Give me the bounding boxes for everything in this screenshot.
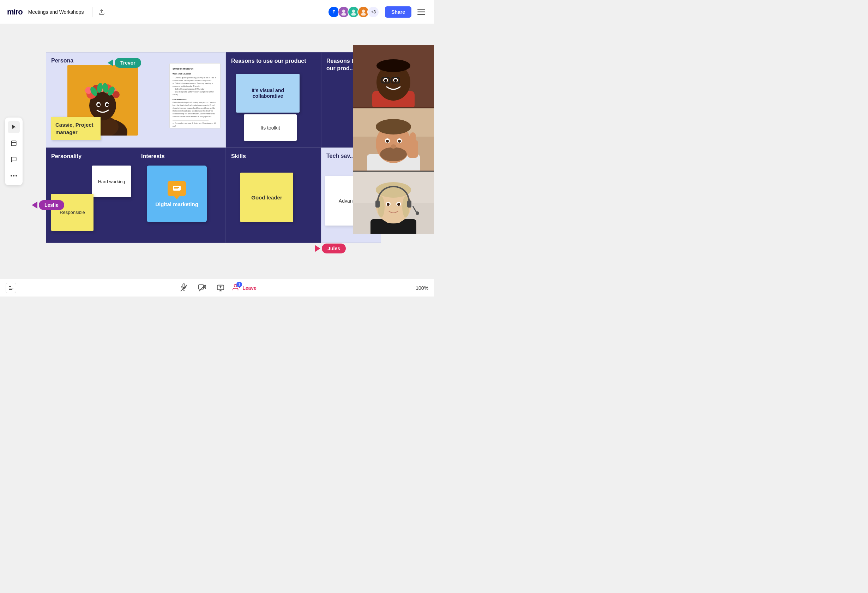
- svg-point-21: [97, 104, 100, 106]
- digital-marketing-card: Digital marketing: [147, 166, 207, 222]
- header-right: F +3 Share: [328, 6, 427, 18]
- svg-point-56: [398, 140, 401, 143]
- svg-point-44: [384, 79, 387, 82]
- svg-point-14: [16, 175, 17, 176]
- hamburger-menu-icon[interactable]: [416, 6, 427, 18]
- leave-label: Leave: [242, 285, 257, 291]
- svg-point-12: [10, 175, 12, 176]
- leslie-cursor-label: Leslie: [39, 200, 64, 210]
- svg-point-74: [387, 203, 390, 206]
- video-panels: [353, 45, 434, 234]
- svg-point-2: [341, 13, 346, 16]
- avatar-group: F +3: [328, 6, 379, 18]
- select-tool[interactable]: [8, 121, 20, 133]
- board-container: Trevor Persona: [28, 45, 434, 279]
- sub-cell-personality: Personality Hard working Responsible: [46, 148, 136, 243]
- svg-rect-70: [407, 201, 412, 207]
- expand-panels-button[interactable]: [6, 283, 16, 293]
- board-grid: Persona: [46, 52, 381, 243]
- svg-point-6: [361, 13, 366, 16]
- bottom-center-controls: 3 Leave: [177, 282, 257, 294]
- sub-cell-interests: Interests Digital marketing: [136, 148, 226, 243]
- leslie-cursor-arrow: [32, 201, 37, 209]
- document-card: Solution research Week 10-15 Education —…: [169, 63, 220, 129]
- camera-off-icon[interactable]: [196, 282, 208, 294]
- svg-point-47: [376, 59, 410, 72]
- reasons-title: Reasons to use our product: [231, 58, 316, 65]
- upload-icon[interactable]: [97, 7, 106, 17]
- cassie-note: Cassie, Project manager: [51, 117, 100, 140]
- header-divider: [92, 7, 93, 17]
- svg-rect-69: [375, 201, 380, 207]
- sticky-note-tool[interactable]: [8, 137, 20, 149]
- digital-marketing-label: Digital marketing: [155, 201, 198, 207]
- more-tools[interactable]: [8, 170, 20, 182]
- svg-rect-34: [173, 186, 181, 191]
- svg-point-5: [362, 10, 365, 13]
- svg-point-1: [342, 10, 345, 13]
- trevor-cursor-label: Trevor: [115, 58, 141, 68]
- svg-point-72: [416, 211, 419, 215]
- miro-logo: miro: [7, 7, 22, 16]
- svg-point-58: [376, 119, 411, 135]
- svg-point-4: [351, 13, 356, 16]
- cell-skills: Skills Good leader: [226, 148, 321, 243]
- svg-point-3: [352, 10, 355, 13]
- cell-reasons: Reasons to use our product It's visual a…: [226, 52, 321, 148]
- microphone-off-icon[interactable]: [177, 282, 190, 294]
- header: miro Meetings and Workshops F +3 Share: [0, 0, 434, 24]
- reasons-note2: Its toolkit: [244, 114, 297, 141]
- comment-tool[interactable]: [8, 154, 20, 166]
- chat-icon: [168, 181, 186, 196]
- jules-cursor-arrow: [315, 245, 320, 252]
- video-panel-3: [353, 172, 434, 234]
- svg-rect-60: [410, 132, 416, 143]
- svg-point-57: [391, 144, 396, 149]
- svg-point-13: [13, 175, 15, 176]
- canvas[interactable]: Trevor Persona: [0, 24, 434, 279]
- jules-cursor: Jules: [315, 244, 346, 253]
- board-title: Meetings and Workshops: [28, 9, 84, 15]
- bottom-left-controls: [6, 283, 16, 293]
- cell-bottom-left: Personality Hard working Responsible Int…: [46, 148, 226, 243]
- svg-rect-77: [183, 284, 185, 288]
- svg-point-52: [380, 147, 407, 161]
- trevor-cursor: Trevor: [108, 58, 141, 68]
- avatar-extra-count: +3: [367, 6, 379, 18]
- video-panel-1: [353, 45, 434, 108]
- svg-point-46: [394, 79, 397, 82]
- interests-title: Interests: [141, 153, 221, 160]
- share-button[interactable]: Share: [385, 6, 412, 18]
- participant-count: 3: [236, 282, 242, 287]
- svg-point-66: [376, 182, 411, 198]
- leave-button[interactable]: 3 Leave: [233, 284, 257, 293]
- svg-rect-10: [11, 141, 16, 146]
- svg-point-22: [106, 104, 109, 106]
- left-toolbar: [5, 118, 22, 185]
- leslie-cursor: Leslie: [32, 200, 64, 210]
- responsible-note: Responsible: [51, 194, 93, 231]
- svg-rect-80: [199, 285, 204, 290]
- video-panel-2: [353, 108, 434, 171]
- zoom-level: 100%: [416, 285, 428, 291]
- good-leader-note: Good leader: [240, 173, 293, 222]
- jules-cursor-label: Jules: [322, 244, 346, 253]
- svg-point-76: [397, 203, 400, 206]
- personality-title: Personality: [51, 153, 131, 160]
- hardworking-note: Hard working: [92, 166, 131, 197]
- screen-share-icon[interactable]: [214, 282, 227, 294]
- svg-rect-7: [418, 9, 425, 10]
- svg-point-54: [386, 140, 389, 143]
- svg-rect-8: [418, 11, 425, 12]
- bottom-bar: 3 Leave 100%: [0, 279, 434, 297]
- skills-title: Skills: [231, 153, 316, 160]
- trevor-cursor-arrow: [108, 59, 113, 67]
- reasons-note1: It's visual and collaborative: [236, 74, 300, 112]
- svg-rect-9: [418, 14, 425, 15]
